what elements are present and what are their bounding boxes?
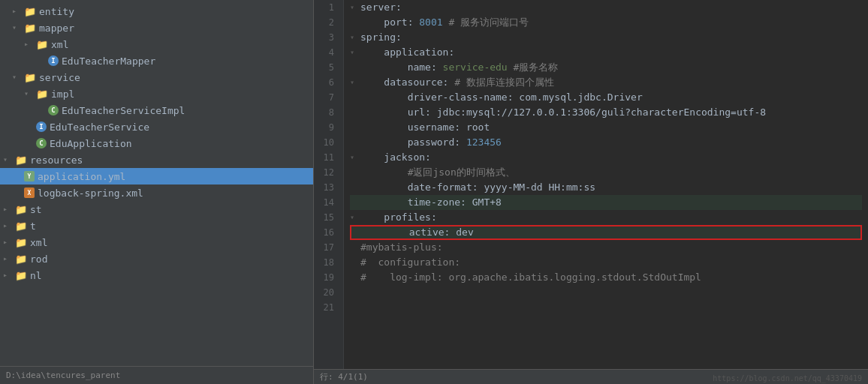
code-token-comment: #返回json的时间格式、 <box>408 165 515 180</box>
line-number: 10 <box>320 135 337 150</box>
code-token-plain: : <box>396 0 402 15</box>
code-token-comment: # 服务访问端口号 <box>443 15 529 30</box>
arrow-icon <box>12 22 23 33</box>
line-number: 9 <box>320 120 337 135</box>
code-line: active: dev <box>350 225 862 240</box>
tree-item-label: service <box>39 72 80 83</box>
fold-marker <box>350 60 359 75</box>
line-number: 21 <box>320 300 337 315</box>
tree-item-service[interactable]: 📁service <box>0 69 313 86</box>
code-token-plain: : <box>460 195 472 210</box>
line-number: 17 <box>320 240 337 255</box>
code-line <box>350 285 862 300</box>
tree-item-label: application.yml <box>38 171 125 182</box>
code-token-num: 8001 <box>419 15 442 30</box>
tree-item-nl[interactable]: 📁nl <box>0 267 313 284</box>
fold-marker[interactable]: ▾ <box>350 45 359 60</box>
code-lines[interactable]: ▾server: port: 8001 # 服务访问端口号▾spring:▾ a… <box>344 0 868 369</box>
code-line: # configuration: <box>350 255 862 270</box>
file-tree[interactable]: 📁entity📁mapper📁xmlIEduTeacherMapper📁serv… <box>0 0 313 366</box>
code-token-key: date-format <box>408 180 472 195</box>
tree-item-xml2[interactable]: 📁xml <box>0 234 313 250</box>
tree-item-EduApplication[interactable]: CEduApplication <box>0 135 313 152</box>
tree-item-st[interactable]: 📁st <box>0 201 313 218</box>
arrow-icon <box>24 39 35 50</box>
code-line <box>350 300 862 315</box>
code-token-plain: : <box>454 120 466 135</box>
tree-item-t[interactable]: 📁t <box>0 218 313 234</box>
tree-item-EduTeacherServiceImpl[interactable]: CEduTeacherServiceImpl <box>0 102 313 118</box>
tree-item-label: resources <box>30 154 83 166</box>
code-token-plain: GMT+8 <box>472 195 502 210</box>
arrow-icon <box>3 220 14 231</box>
line-number: 13 <box>320 180 337 195</box>
code-token-key: time-zone <box>408 195 460 210</box>
code-line: ▾ datasource: # 数据库连接四个属性 <box>350 75 862 90</box>
code-line: time-zone: GMT+8 <box>350 195 862 210</box>
folder-icon: 📁 <box>15 236 27 248</box>
tree-item-EduTeacherService[interactable]: IEduTeacherService <box>0 118 313 135</box>
tree-item-logback-spring.xml[interactable]: Xlogback-spring.xml <box>0 184 313 201</box>
tree-item-rod[interactable]: 📁rod <box>0 250 313 267</box>
code-token-plain <box>362 225 409 240</box>
file-tree-panel: 📁entity📁mapper📁xmlIEduTeacherMapper📁serv… <box>0 0 314 384</box>
code-token-plain: root <box>466 120 490 135</box>
fold-marker[interactable]: ▾ <box>350 0 359 15</box>
arrow-icon <box>24 88 35 99</box>
code-line: name: service-edu #服务名称 <box>350 60 862 75</box>
code-token-key: spring <box>360 30 396 45</box>
yaml-icon: Y <box>24 171 35 182</box>
tree-item-entity[interactable]: 📁entity <box>0 3 313 20</box>
tree-item-application.yml[interactable]: Yapplication.yml <box>0 168 313 184</box>
i-icon: I <box>48 56 59 66</box>
code-token-plain <box>360 150 384 165</box>
code-editor-panel: 123456789101112131415161718192021 ▾serve… <box>314 0 868 384</box>
folder-icon: 📁 <box>15 203 27 215</box>
fold-marker[interactable]: ▾ <box>350 75 359 90</box>
code-line: driver-class-name: com.mysql.jdbc.Driver <box>350 90 862 105</box>
fold-marker <box>350 120 359 135</box>
folder-icon: 📁 <box>24 22 36 34</box>
code-line: #mybatis-plus: <box>350 240 862 255</box>
tree-item-resources[interactable]: 📁resources <box>0 152 313 168</box>
line-number: 2 <box>320 15 337 30</box>
fold-marker <box>350 240 359 255</box>
tree-item-EduTeacherMapper[interactable]: IEduTeacherMapper <box>0 52 313 69</box>
tree-item-label: EduTeacherService <box>50 122 149 133</box>
code-token-plain: : <box>396 30 402 45</box>
code-token-plain: yyyy-MM-dd HH:mm:ss <box>484 180 595 195</box>
tree-item-label: xml <box>30 237 47 248</box>
fold-marker <box>350 285 359 300</box>
code-token-plain: : <box>431 210 437 225</box>
status-bar: 行: 4/1(1) <box>320 371 368 382</box>
code-line: password: 123456 <box>350 135 862 150</box>
arrow-icon <box>12 72 23 82</box>
watermark: https://blog.csdn.net/qq_43370419 <box>713 374 862 382</box>
fold-marker <box>350 105 359 120</box>
code-token-plain: jdbc:mysql://127.0.0.1:3306/guli?charact… <box>437 105 766 120</box>
fold-marker[interactable]: ▾ <box>350 210 359 225</box>
folder-icon: 📁 <box>24 5 36 17</box>
tree-item-label: mapper <box>39 22 74 34</box>
code-token-plain: : <box>472 180 484 195</box>
code-token-plain: : <box>408 15 420 30</box>
fold-marker <box>350 165 359 180</box>
c-icon: C <box>48 105 59 116</box>
tree-item-label: EduTeacherServiceImpl <box>62 105 185 116</box>
tree-item-label: nl <box>30 270 42 281</box>
tree-item-xml[interactable]: 📁xml <box>0 36 313 52</box>
folder-icon: 📁 <box>15 269 27 281</box>
code-token-plain <box>360 75 384 90</box>
code-token-plain: dev <box>456 225 473 240</box>
code-token-plain <box>360 90 408 105</box>
code-token-plain: : <box>445 225 457 240</box>
fold-marker[interactable]: ▾ <box>350 150 359 165</box>
code-token-str: service-edu <box>443 60 508 75</box>
tree-item-label: st <box>30 204 42 215</box>
arrow-icon <box>3 237 14 248</box>
tree-item-impl[interactable]: 📁impl <box>0 86 313 102</box>
tree-item-mapper[interactable]: 📁mapper <box>0 20 313 36</box>
fold-marker[interactable]: ▾ <box>350 30 359 45</box>
fold-marker <box>350 195 359 210</box>
code-token-key: datasource <box>384 75 442 90</box>
